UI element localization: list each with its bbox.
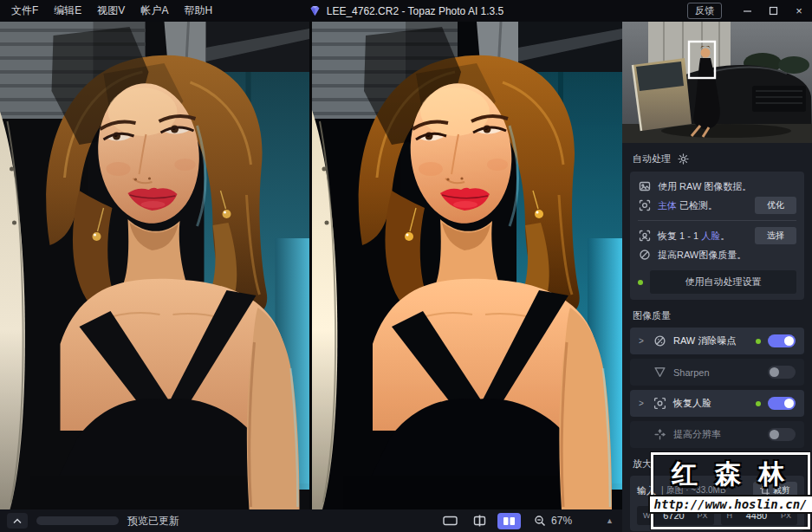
apply-autopilot-button[interactable]: 使用自动处理设置 bbox=[650, 270, 796, 294]
faces-pre: 恢复 1 - 1 bbox=[658, 230, 698, 241]
close-button[interactable]: × bbox=[786, 0, 812, 22]
maximize-button[interactable] bbox=[760, 0, 786, 22]
subject-row: 主体 已检测。 优化 bbox=[638, 197, 796, 214]
filter-raw-denoise[interactable]: > RAW 消除噪点 bbox=[630, 328, 804, 354]
recover-faces-toggle[interactable] bbox=[768, 397, 796, 410]
collapse-panel-button[interactable] bbox=[7, 513, 28, 529]
subject-rest: 已检测。 bbox=[679, 200, 718, 211]
before-image[interactable] bbox=[0, 22, 309, 509]
filter-label: 提高分辨率 bbox=[673, 428, 721, 441]
zoom-dropdown-caret[interactable]: ▲ bbox=[606, 516, 614, 525]
autopilot-title: 自动处理 bbox=[633, 152, 671, 165]
subject-detect-icon bbox=[638, 199, 651, 211]
filter-label: Sharpen bbox=[673, 367, 710, 378]
denoise-icon bbox=[653, 334, 666, 347]
navigator-viewport[interactable] bbox=[622, 22, 812, 143]
menubar: 文件F 编辑E 视图V 帐户A 帮助H bbox=[0, 1, 218, 21]
zoom-control[interactable]: 67% bbox=[534, 515, 572, 527]
filter-list: > RAW 消除噪点 Sharpen > bbox=[630, 328, 804, 448]
quality-section-title: 图像质量 bbox=[633, 309, 671, 322]
after-image[interactable] bbox=[312, 22, 622, 509]
autopilot-header: 自动处理 bbox=[622, 152, 812, 165]
menu-view[interactable]: 视图V bbox=[91, 1, 131, 21]
faces-text: 恢复 1 - 1 人脸。 bbox=[658, 230, 730, 243]
filter-sharpen[interactable]: Sharpen bbox=[630, 359, 804, 386]
app-window: 文件F 编辑E 视图V 帐户A 帮助H LEE_4762.CR2 - Topaz… bbox=[0, 0, 812, 532]
watermark-url: http://www.hoslin.cn/ bbox=[648, 495, 812, 514]
apply-row: 使用自动处理设置 bbox=[638, 270, 796, 294]
navigator-thumbnail[interactable] bbox=[622, 22, 812, 143]
status-bar: 预览已更新 67% ▲ bbox=[0, 509, 622, 532]
feedback-button[interactable]: 反馈 bbox=[687, 3, 722, 19]
subject-text: 主体 已检测。 bbox=[658, 199, 718, 212]
raw-data-row: 使用 RAW 图像数据。 bbox=[638, 178, 796, 195]
raw-file-icon bbox=[638, 180, 651, 192]
filter-recover-faces[interactable]: > 恢复人脸 bbox=[630, 390, 804, 417]
chevron-right-icon[interactable]: > bbox=[639, 336, 646, 346]
menu-account[interactable]: 帐户A bbox=[134, 1, 174, 21]
card-divider bbox=[638, 220, 796, 221]
denoise-slash-icon bbox=[638, 249, 651, 261]
quality-row: 提高RAW图像质量。 bbox=[638, 246, 796, 263]
faces-link[interactable]: 人脸 bbox=[701, 230, 720, 241]
magnifier-icon bbox=[534, 515, 546, 527]
chevron-right-icon[interactable]: > bbox=[639, 399, 646, 408]
face-detect-icon bbox=[638, 230, 651, 242]
filter-enabled-dot bbox=[756, 339, 761, 344]
single-view-icon bbox=[443, 516, 458, 526]
gear-icon[interactable] bbox=[678, 153, 689, 165]
titlebar: 文件F 编辑E 视图V 帐户A 帮助H LEE_4762.CR2 - Topaz… bbox=[0, 0, 812, 22]
quality-section-header: 图像质量 bbox=[622, 309, 812, 322]
watermark: 红 森 林 http://www.hoslin.cn/ bbox=[651, 452, 810, 529]
enlarge-section-title: 放大 bbox=[633, 457, 652, 470]
menu-file[interactable]: 文件F bbox=[5, 1, 44, 21]
watermark-title: 红 森 林 bbox=[672, 457, 790, 492]
menu-help[interactable]: 帮助H bbox=[178, 1, 218, 21]
autopilot-card: 使用 RAW 图像数据。 主体 已检测。 优化 恢复 1 - 1 bbox=[630, 172, 804, 300]
recover-faces-icon bbox=[653, 397, 666, 410]
enabled-dot bbox=[638, 280, 643, 285]
quality-text: 提高RAW图像质量。 bbox=[658, 249, 746, 262]
filter-enabled-dot bbox=[756, 401, 761, 406]
faces-post: 。 bbox=[720, 230, 730, 241]
window-title: LEE_4762.CR2 - Topaz Photo AI 1.3.5 bbox=[327, 5, 504, 17]
filter-upscale[interactable]: 提高分辨率 bbox=[630, 421, 804, 448]
topaz-logo-icon bbox=[309, 4, 322, 17]
single-view-button[interactable] bbox=[438, 513, 462, 529]
side-by-side-icon bbox=[503, 516, 516, 526]
select-button[interactable]: 选择 bbox=[755, 227, 796, 244]
filter-label: 恢复人脸 bbox=[673, 397, 711, 410]
upscale-icon bbox=[653, 428, 666, 441]
sharpen-toggle[interactable] bbox=[768, 366, 796, 379]
filter-label: RAW 消除噪点 bbox=[673, 334, 736, 347]
split-view-button[interactable] bbox=[468, 513, 491, 529]
preview-canvas[interactable] bbox=[0, 22, 622, 509]
faces-row: 恢复 1 - 1 人脸。 选择 bbox=[638, 227, 796, 244]
split-view-icon bbox=[473, 515, 486, 527]
refine-button[interactable]: 优化 bbox=[755, 197, 796, 214]
zoom-level-value: 67% bbox=[551, 515, 572, 527]
sharpen-icon bbox=[653, 366, 666, 379]
subject-link[interactable]: 主体 bbox=[658, 200, 677, 211]
raw-data-text: 使用 RAW 图像数据。 bbox=[658, 180, 751, 193]
minimize-button[interactable] bbox=[734, 0, 760, 22]
menu-edit[interactable]: 编辑E bbox=[48, 1, 88, 21]
upscale-toggle[interactable] bbox=[768, 428, 796, 441]
chevron-up-icon bbox=[13, 518, 22, 524]
side-by-side-view-button[interactable] bbox=[497, 513, 521, 529]
raw-denoise-toggle[interactable] bbox=[768, 334, 796, 347]
preview-progress-bar bbox=[36, 516, 119, 525]
preview-status-text: 预览已更新 bbox=[127, 514, 179, 529]
